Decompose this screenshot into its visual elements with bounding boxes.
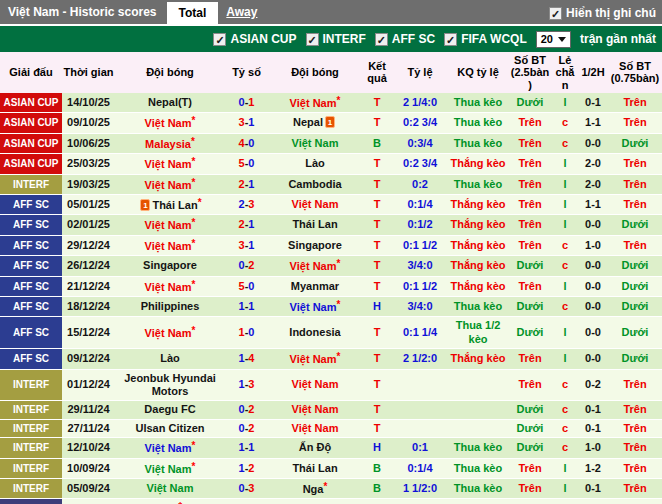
filter-checkbox-interf[interactable]: ✓INTERF [306, 32, 366, 46]
cell-halftime-score: 2-0 [578, 154, 608, 174]
team-name: Daegu FC [144, 403, 195, 415]
checkbox-checked-icon[interactable]: ✓ [306, 33, 319, 46]
cell-result: T [362, 276, 392, 296]
cell-score: 1-4 [225, 349, 268, 369]
cell-date: 14/10/25 [62, 93, 115, 113]
value: Dưới [622, 259, 649, 271]
cell-odds [392, 401, 448, 419]
team-name: Philippines [141, 300, 200, 312]
value: 2 [248, 422, 254, 434]
cell-halftime-score: 0-1 [578, 93, 608, 113]
value: Trên [623, 441, 646, 453]
team-star-marker: * [191, 177, 195, 188]
team-star-marker: * [191, 217, 195, 228]
value: Dưới [622, 352, 649, 364]
filter-checkbox-fifa-wcql[interactable]: ✓FIFA WCQL [444, 32, 527, 46]
value: 4 [248, 352, 254, 364]
cell-over-under-075: Trên [608, 154, 662, 174]
team-name: Việt Nam [145, 463, 192, 475]
cell-odds: 0:1 1/2 [392, 235, 448, 255]
cell-over-under-25: Trên [508, 499, 552, 504]
team-name: Nepal(T) [148, 96, 192, 108]
cell-halftime-score: 0-0 [578, 256, 608, 276]
cell-date: 15/12/24 [62, 317, 115, 349]
cell-competition: AFF SC [0, 215, 62, 235]
team-star-marker: * [336, 351, 340, 362]
cell-odds-result: Thắng kèo [448, 276, 508, 296]
cell-competition: AFF SC [0, 256, 62, 276]
cell-halftime-score: 1-0 [578, 235, 608, 255]
cell-date: 27/11/24 [62, 419, 115, 437]
value: Trên [518, 462, 541, 474]
value: B [373, 462, 381, 474]
team-name: Jeonbuk Hyundai Motors [124, 372, 216, 397]
value: Trên [623, 462, 646, 474]
value: Thắng kèo [450, 280, 505, 292]
cell-odds: 0:1/2 [392, 215, 448, 235]
value: 0:1/4 [407, 462, 432, 474]
show-notes-toggle[interactable]: ✓ Hiển thị ghi chú [549, 6, 662, 24]
value: 0:1 1/2 [403, 239, 437, 251]
cell-home-team: Philippines [115, 297, 225, 317]
filter-checkbox-aff-sc[interactable]: ✓AFF SC [375, 32, 435, 46]
team-name: Lào [305, 157, 325, 169]
value: T [374, 326, 381, 338]
cell-score: 1-1 [225, 297, 268, 317]
value: Trên [623, 482, 646, 494]
value: 2 [248, 403, 254, 415]
tab-away[interactable]: Away [218, 1, 265, 24]
value: Thua 1/2 kèo [456, 319, 501, 344]
cell-over-under-25: Dưới [508, 317, 552, 349]
value: Thua kèo [454, 178, 502, 190]
table-row: ASIAN CUP10/06/25Malaysia*4-0Việt NamB0:… [0, 133, 662, 153]
value: Thắng kèo [450, 239, 505, 251]
value: Trên [518, 137, 541, 149]
cell-odds-result [448, 369, 508, 401]
table-row: INTERF27/11/24Ulsan Citizen0-2Việt NamTD… [0, 419, 662, 437]
cell-odds-result: Thua kèo [448, 438, 508, 458]
cell-home-team: Việt Nam* [115, 113, 225, 133]
cell-over-under-25: Trên [508, 154, 552, 174]
cell-date: 26/12/24 [62, 256, 115, 276]
team-name: Nga [303, 483, 324, 495]
cell-score: 3-1 [225, 113, 268, 133]
cell-odds: 0:1 1/2 [392, 276, 448, 296]
cell-away-team: Thái Lan [268, 215, 362, 235]
value: Thua kèo [454, 462, 502, 474]
filter-label: FIFA WCQL [461, 32, 527, 46]
column-header-1: Thời gian [62, 52, 115, 93]
cell-halftime-score: 0-1 [578, 419, 608, 437]
match-count-select[interactable]: 20 [536, 31, 571, 48]
cell-over-under-075: Trên [608, 174, 662, 194]
cell-over-under-25: Trên [508, 458, 552, 478]
column-header-8: Số BT (2.5bàn) [508, 52, 552, 93]
tab-total[interactable]: Total [167, 2, 219, 24]
team-name: Việt Nam [292, 403, 339, 415]
cell-date: 02/01/25 [62, 215, 115, 235]
cell-competition: INTERF [0, 479, 62, 499]
column-header-9: Lẻ chẵn [552, 52, 578, 93]
checkbox-checked-icon[interactable]: ✓ [549, 7, 562, 20]
checkbox-checked-icon[interactable]: ✓ [213, 33, 226, 46]
cell-odd-even: l [552, 215, 578, 235]
cell-over-under-075: Dưới [608, 317, 662, 349]
cell-result: T [362, 256, 392, 276]
cell-away-team: Singapore [268, 235, 362, 255]
cell-over-under-25: Trên [508, 133, 552, 153]
value: Trên [518, 378, 541, 390]
cell-date: 05/01/25 [62, 194, 115, 214]
filter-checkbox-asian-cup[interactable]: ✓ASIAN CUP [213, 32, 296, 46]
cell-over-under-25: Dưới [508, 419, 552, 437]
value: Trên [518, 157, 541, 169]
cell-competition: AFF SC [0, 235, 62, 255]
team-name: Malaysia [145, 138, 191, 150]
cell-home-team: Daegu FC [115, 401, 225, 419]
value: 1 [248, 178, 254, 190]
team-star-marker: * [336, 258, 340, 269]
cell-away-team: Nga* [268, 479, 362, 499]
cell-odds-result: Thắng kèo [448, 194, 508, 214]
cell-competition: INTERF [0, 419, 62, 437]
checkbox-checked-icon[interactable]: ✓ [375, 33, 388, 46]
team-star-marker: * [336, 299, 340, 310]
checkbox-checked-icon[interactable]: ✓ [444, 33, 457, 46]
